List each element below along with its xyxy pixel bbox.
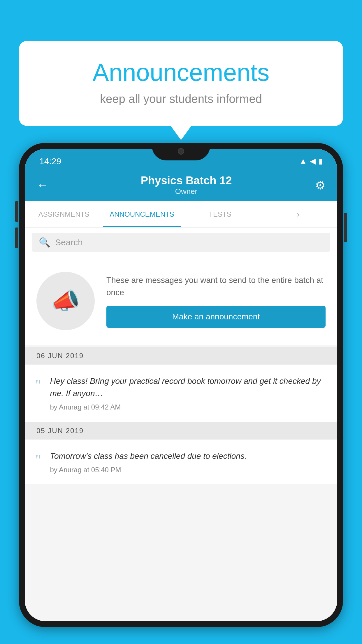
make-announcement-button[interactable]: Make an announcement [106, 306, 326, 328]
search-container: 🔍 Search [25, 228, 337, 257]
app-bar-subtitle: Owner [57, 187, 315, 196]
back-button[interactable]: ← [36, 178, 49, 192]
phone-notch [152, 143, 210, 160]
volume-down-button [15, 228, 18, 248]
tab-tests[interactable]: TESTS [181, 201, 259, 227]
app-bar: ← Physics Batch 12 Owner ⚙ [25, 169, 337, 201]
battery-icon: ▮ [319, 157, 323, 166]
phone-container: 14:29 ▲ ◀ ▮ ← Physics Batch 12 Owner ⚙ [19, 143, 343, 644]
search-placeholder[interactable]: Search [55, 237, 83, 247]
signal-icon: ◀ [310, 157, 316, 166]
speech-bubble-title: Announcements [42, 58, 320, 87]
app-bar-title: Physics Batch 12 [57, 174, 315, 187]
phone-outer: 14:29 ▲ ◀ ▮ ← Physics Batch 12 Owner ⚙ [19, 143, 343, 627]
announcement-item-1-meta: by Anurag at 09:42 AM [50, 403, 326, 411]
date-separator-1: 06 JUN 2019 [25, 347, 337, 365]
announcement-item-2-text: Tomorrow's class has been cancelled due … [50, 450, 247, 462]
announcement-item-2-content: Tomorrow's class has been cancelled due … [50, 450, 247, 474]
search-box[interactable]: 🔍 Search [32, 233, 330, 252]
announcement-item-1-content: Hey class! Bring your practical record b… [50, 375, 326, 411]
tab-more[interactable]: › [259, 201, 337, 227]
speech-bubble-subtitle: keep all your students informed [42, 92, 320, 106]
status-time: 14:29 [39, 156, 61, 166]
search-icon: 🔍 [39, 237, 50, 248]
status-icons: ▲ ◀ ▮ [299, 157, 323, 166]
empty-state-description: These are messages you want to send to t… [106, 274, 326, 299]
phone-camera [178, 148, 184, 155]
empty-icon-circle: 📣 [36, 272, 95, 330]
wifi-icon: ▲ [299, 157, 307, 166]
content-area: 🔍 Search 📣 These are messages you want t… [25, 228, 337, 621]
volume-up-button [15, 201, 18, 222]
announcement-item-2-meta: by Anurag at 05:40 PM [50, 466, 247, 474]
tab-assignments[interactable]: ASSIGNMENTS [25, 201, 103, 227]
speech-bubble: Announcements keep all your students inf… [19, 41, 343, 126]
power-button [344, 213, 347, 242]
speech-bubble-section: Announcements keep all your students inf… [19, 41, 343, 126]
tab-announcements[interactable]: ANNOUNCEMENTS [103, 201, 181, 227]
settings-icon[interactable]: ⚙ [315, 178, 326, 192]
announcement-item-2: " Tomorrow's class has been cancelled du… [25, 440, 337, 485]
announcement-item-1-text: Hey class! Bring your practical record b… [50, 375, 326, 400]
date-separator-2: 05 JUN 2019 [25, 422, 337, 440]
empty-state-content: These are messages you want to send to t… [106, 274, 326, 328]
quote-icon-2: " [35, 452, 41, 467]
megaphone-icon: 📣 [51, 287, 80, 315]
phone-screen: 14:29 ▲ ◀ ▮ ← Physics Batch 12 Owner ⚙ [25, 149, 337, 621]
announcement-item-1: " Hey class! Bring your practical record… [25, 365, 337, 422]
empty-state: 📣 These are messages you want to send to… [25, 257, 337, 345]
quote-icon-1: " [35, 377, 41, 392]
app-bar-title-area: Physics Batch 12 Owner [57, 174, 315, 196]
tabs-container: ASSIGNMENTS ANNOUNCEMENTS TESTS › [25, 201, 337, 228]
